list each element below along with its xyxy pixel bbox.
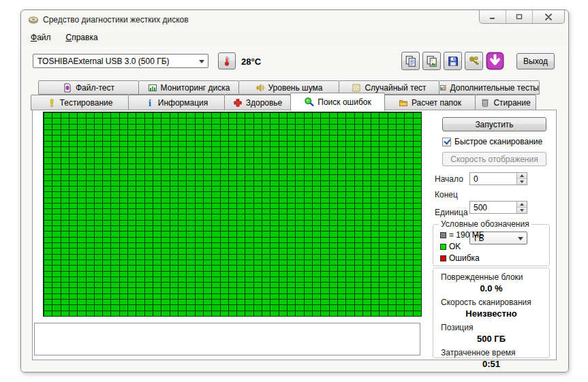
tab-erase[interactable]: Стирание: [475, 95, 536, 110]
app-icon: [28, 14, 39, 25]
tab-folder-calc[interactable]: Расчет папок: [384, 95, 476, 110]
elapsed-time-label: Затраченное время: [441, 348, 549, 357]
copy-button[interactable]: [401, 52, 420, 70]
information-icon: i: [145, 98, 155, 108]
maximize-button[interactable]: [506, 10, 533, 23]
display-speed-label: Скорость отображения: [450, 155, 538, 164]
end-field[interactable]: [469, 201, 527, 214]
end-field-label: Конец: [435, 190, 458, 200]
legend-title: Условные обозначения: [439, 219, 531, 229]
ok-swatch: [440, 244, 446, 250]
scan-grid[interactable]: [43, 112, 422, 317]
copy-icon: [405, 55, 417, 67]
testing-icon: [47, 98, 57, 108]
device-select-value: TOSHIBAExternal USB 3.0 (500 ГБ): [37, 57, 170, 66]
window-controls: [479, 10, 565, 24]
start-scan-label: Запустить: [475, 120, 513, 129]
stats-groupbox: Поврежденные блоки 0.0 % Скорость сканир…: [433, 268, 550, 358]
elapsed-time-value: 0:51: [433, 359, 549, 369]
unit-field-label: Единица: [435, 208, 468, 217]
legend-groupbox: Условные обозначения = 190 МБ OK Ошибка: [433, 224, 550, 266]
log-box[interactable]: [34, 323, 420, 355]
end-spinner[interactable]: [516, 202, 527, 213]
tab-label: Файл-тест: [76, 83, 114, 93]
tab-health[interactable]: Здоровье: [224, 95, 291, 110]
svg-text:i: i: [149, 98, 151, 108]
app-window: Средство диагностики жестких дисков Файл…: [20, 10, 569, 372]
menu-bar: Файл Справка: [21, 29, 568, 46]
settings-button[interactable]: [465, 52, 483, 70]
close-button[interactable]: [533, 10, 564, 23]
tab-row-primary: Тестирование i Информация Здоровье Поиск…: [31, 93, 536, 111]
maximize-icon: [516, 14, 523, 20]
temperature-button[interactable]: [218, 52, 236, 69]
start-input[interactable]: [470, 173, 519, 185]
start-field[interactable]: [469, 172, 527, 185]
display-speed-button[interactable]: Скорость отображения: [442, 152, 546, 166]
start-spinner[interactable]: [516, 173, 527, 185]
menu-help[interactable]: Справка: [66, 33, 98, 42]
device-select[interactable]: TOSHIBAExternal USB 3.0 (500 ГБ): [33, 54, 208, 68]
minimize-icon: [489, 14, 496, 20]
client-area: TOSHIBAExternal USB 3.0 (500 ГБ) 28°C Вы…: [21, 46, 568, 372]
copy-image-button[interactable]: [422, 52, 441, 70]
exit-button[interactable]: Выход: [516, 53, 555, 69]
window-title: Средство диагностики жестких дисков: [43, 15, 189, 25]
damaged-blocks-label: Поврежденные блоки: [441, 272, 549, 282]
download-button[interactable]: [486, 52, 504, 70]
tab-label: Поиск ошибок: [318, 97, 371, 107]
disk-monitor-icon: [148, 83, 157, 93]
keys-icon: [468, 55, 480, 67]
start-scan-button[interactable]: Запустить: [442, 117, 546, 131]
quick-scan-checkbox[interactable]: [442, 138, 451, 146]
spin-up-icon: [520, 174, 524, 177]
end-input[interactable]: [470, 202, 519, 213]
spin-up-icon: [520, 203, 524, 206]
erase-icon: [480, 98, 490, 108]
spin-down-icon: [520, 180, 524, 183]
tab-label: Расчет папок: [412, 98, 461, 108]
start-field-label: Начало: [435, 174, 463, 184]
tab-label: Дополнительные тесты: [450, 83, 539, 93]
close-icon: [544, 14, 553, 20]
legend-item-blocksize: = 190 МБ: [440, 230, 549, 240]
damaged-blocks-value: 0.0 %: [433, 283, 549, 293]
thermometer-icon: [221, 55, 232, 67]
error-label: Ошибка: [449, 253, 480, 263]
tab-label: Уровень шума: [268, 83, 323, 93]
legend-item-error: Ошибка: [440, 253, 549, 263]
scan-speed-label: Скорость сканирования: [441, 298, 549, 307]
tab-label: Информация: [158, 98, 208, 108]
ok-label: OK: [449, 242, 461, 251]
copy-image-icon: [426, 55, 438, 67]
random-test-icon: [352, 83, 361, 93]
quick-scan-row: Быстрое сканирование: [442, 137, 542, 146]
minimize-button[interactable]: [480, 10, 506, 23]
save-icon: [447, 55, 459, 67]
noise-level-icon: [256, 83, 265, 93]
block-size-label: = 190 МБ: [449, 230, 484, 240]
spin-down-icon: [520, 209, 524, 212]
tab-error-search[interactable]: Поиск ошибок: [290, 93, 385, 111]
position-label: Позиция: [441, 323, 549, 332]
chevron-down-icon: [199, 60, 204, 63]
title-bar[interactable]: Средство диагностики жестких дисков: [21, 10, 568, 29]
tab-testing[interactable]: Тестирование: [31, 95, 129, 110]
tab-label: Мониторинг диска: [161, 83, 230, 93]
tab-information[interactable]: i Информация: [128, 95, 225, 110]
position-value: 500 ГБ: [433, 334, 549, 344]
scan-speed-value: Неизвестно: [433, 308, 549, 319]
folder-calc-icon: [399, 98, 408, 108]
legend-item-ok: OK: [440, 242, 549, 251]
tab-label: Тестирование: [60, 98, 113, 108]
menu-file[interactable]: Файл: [31, 33, 51, 42]
tab-label: Стирание: [493, 98, 530, 108]
additional-tests-icon: [439, 83, 447, 93]
error-search-page: Запустить Быстрое сканирование Скорость …: [32, 110, 557, 360]
health-icon: [233, 98, 243, 108]
tab-label: Случайный тест: [365, 83, 426, 93]
tab-label: Здоровье: [246, 98, 283, 108]
save-button[interactable]: [444, 52, 462, 70]
block-size-swatch: [440, 232, 446, 238]
download-icon: [486, 52, 504, 70]
